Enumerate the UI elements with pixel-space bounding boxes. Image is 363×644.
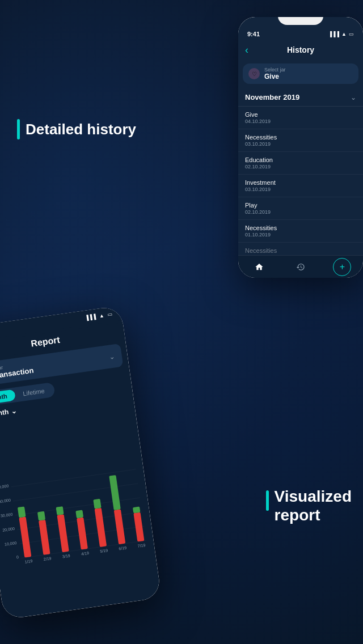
visualized-report-label: Visualized report [275, 487, 352, 525]
item-date: 01.10.2019 [245, 232, 356, 238]
teal-accent-bar [17, 119, 20, 139]
svg-text:50,000: 50,000 [0, 484, 9, 490]
list-item[interactable]: Play 02.10.2019 [238, 197, 363, 220]
svg-text:3/19: 3/19 [62, 554, 70, 560]
svg-line-11 [11, 469, 136, 487]
period-chevron-icon: ⌄ [10, 406, 17, 415]
report-phone: ▐▐▐ ▲ ▭ Report Select jar All transactio… [0, 306, 162, 620]
jar-select[interactable]: ♡ Select jar Give [243, 63, 358, 84]
item-name: Give [245, 111, 356, 118]
teal-accent-bar [266, 490, 269, 511]
detailed-history-label: Detailed history [26, 121, 136, 138]
svg-rect-24 [95, 508, 107, 547]
item-date: 02.10.2019 [245, 164, 356, 170]
item-date: 04.10.2019 [245, 118, 356, 124]
jar-label: Select jar [264, 67, 286, 73]
home-nav-button[interactable] [250, 258, 268, 276]
item-name: Necessities [245, 134, 356, 141]
svg-text:40,000: 40,000 [0, 498, 11, 504]
svg-rect-16 [37, 511, 45, 521]
phone-notch [238, 17, 363, 25]
status-time: 9:41 [247, 31, 260, 37]
month-selector[interactable]: November 2019 ⌄ [238, 88, 363, 107]
chevron-down-icon: ⌄ [109, 352, 116, 361]
jar-info: Select jar Give [264, 67, 286, 80]
wifi-icon: ▲ [99, 312, 104, 319]
item-name: Education [245, 156, 356, 163]
item-name: Investment [245, 179, 356, 186]
item-date: 03.10.2019 [245, 187, 356, 192]
svg-text:2/19: 2/19 [43, 556, 52, 562]
status-bar: 9:41 ▐▐▐ ▲ ▭ [238, 25, 363, 41]
svg-rect-25 [93, 499, 101, 509]
detailed-history-section: Detailed history [17, 119, 136, 139]
status-icons: ▐▐▐ ▲ ▭ [328, 31, 354, 37]
list-item[interactable]: Necessities 01.10.2019 [238, 220, 363, 243]
svg-text:20,000: 20,000 [2, 527, 15, 533]
list-item[interactable]: Give 04.10.2019 [238, 107, 363, 129]
chevron-down-icon: ⌄ [351, 94, 356, 101]
history-list: Give 04.10.2019 Necessities 03.10.2019 E… [238, 107, 363, 255]
svg-rect-19 [56, 506, 64, 515]
signal-icon: ▐▐▐ [85, 313, 96, 321]
svg-text:4/19: 4/19 [81, 551, 90, 557]
svg-text:10,000: 10,000 [4, 541, 17, 547]
list-item[interactable]: Education 02.10.2019 [238, 152, 363, 175]
svg-text:5/19: 5/19 [100, 548, 108, 554]
item-date: 03.10.2019 [245, 141, 356, 147]
heart-icon: ♡ [248, 68, 260, 79]
battery-icon: ▭ [349, 31, 354, 37]
add-nav-button[interactable]: + [333, 258, 351, 276]
svg-rect-30 [133, 512, 144, 542]
bar-chart: 0 10,000 20,000 30,000 40,000 50,000 1/1… [0, 401, 157, 615]
visualized-report-section: Visualized report [266, 487, 352, 525]
signal-icon: ▐▐▐ [328, 31, 339, 37]
svg-rect-22 [75, 510, 83, 519]
bottom-nav: + [238, 255, 363, 278]
app-header: ‹ History [238, 41, 363, 59]
list-item[interactable]: Necessities [238, 243, 363, 255]
svg-rect-12 [19, 516, 31, 557]
list-item[interactable]: Necessities 03.10.2019 [238, 129, 363, 152]
item-name: Necessities [245, 224, 356, 231]
app-title: History [287, 45, 314, 54]
report-jar-info: Select jar All transaction [0, 361, 34, 382]
wifi-icon: ▲ [341, 31, 347, 37]
svg-rect-28 [109, 475, 121, 510]
item-name: Necessities [245, 247, 356, 254]
svg-rect-13 [18, 506, 26, 518]
history-nav-button[interactable] [292, 258, 310, 276]
jar-name: Give [264, 73, 286, 80]
chart-area: 0 10,000 20,000 30,000 40,000 50,000 1/1… [0, 400, 162, 620]
svg-text:0: 0 [16, 555, 19, 560]
svg-line-10 [13, 484, 138, 501]
svg-rect-21 [77, 518, 88, 550]
month-toggle-button[interactable]: Month [0, 389, 16, 405]
item-name: Play [245, 202, 356, 209]
lifetime-toggle-button[interactable]: Lifetime [14, 384, 53, 400]
svg-text:7/19: 7/19 [137, 543, 146, 549]
svg-text:6/19: 6/19 [119, 546, 127, 552]
history-phone: 9:41 ▐▐▐ ▲ ▭ ‹ History ♡ Select jar Give… [238, 17, 363, 278]
report-title: Report [30, 335, 60, 349]
svg-rect-31 [133, 507, 140, 514]
svg-text:30,000: 30,000 [0, 512, 13, 519]
svg-rect-18 [57, 514, 69, 552]
svg-text:1/19: 1/19 [24, 559, 33, 565]
month-text: November 2019 [245, 93, 299, 101]
battery-icon: ▭ [107, 311, 113, 317]
list-item[interactable]: Investment 03.10.2019 [238, 175, 363, 197]
back-button[interactable]: ‹ [245, 44, 248, 56]
item-date: 02.10.2019 [245, 209, 356, 215]
plus-icon: + [340, 262, 345, 272]
